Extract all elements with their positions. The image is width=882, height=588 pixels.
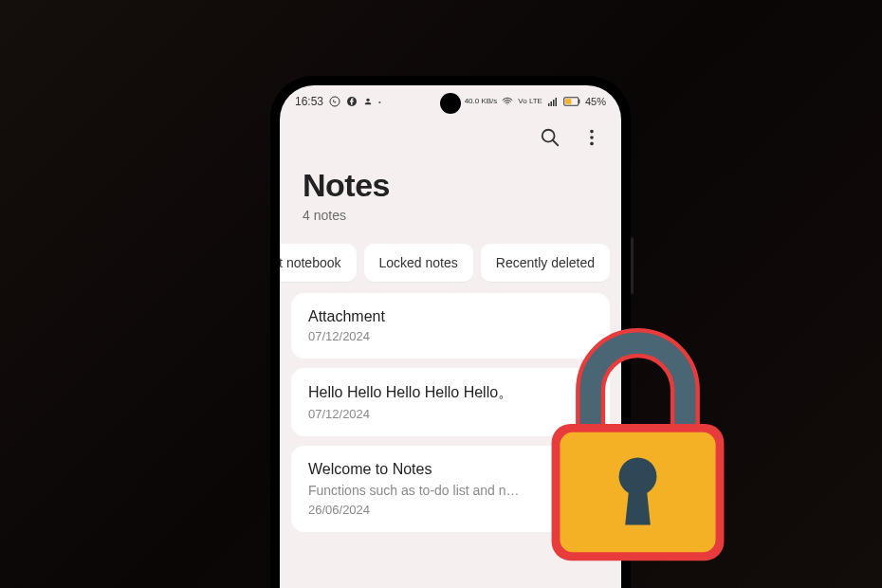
wifi-icon [502, 96, 513, 107]
svg-line-11 [553, 140, 559, 146]
page-title: Notes [303, 167, 598, 204]
status-left: 16:53 • [295, 95, 381, 108]
note-count: 4 notes [303, 208, 598, 223]
search-button[interactable] [540, 127, 560, 152]
status-dot: • [378, 98, 381, 106]
battery-percent: 45% [585, 96, 606, 107]
chip-locked-notes[interactable]: Locked notes [364, 244, 473, 282]
chip-default-notebook[interactable]: lt notebook [280, 244, 357, 282]
svg-rect-8 [579, 100, 579, 103]
status-time: 16:53 [295, 95, 323, 108]
svg-rect-9 [565, 99, 571, 104]
svg-rect-3 [548, 103, 550, 106]
svg-point-0 [330, 97, 340, 106]
note-title: Attachment [308, 308, 593, 325]
app-toolbar [280, 114, 621, 159]
data-rate: 40.0 KB/s [465, 98, 498, 105]
svg-point-14 [590, 142, 594, 146]
lte-label: Vo LTE [518, 98, 542, 105]
signal-icon [547, 96, 559, 107]
chip-recently-deleted[interactable]: Recently deleted [481, 244, 610, 282]
battery-icon [563, 96, 580, 107]
svg-rect-5 [553, 100, 555, 106]
person-icon [363, 97, 373, 106]
svg-rect-4 [550, 101, 552, 106]
facebook-icon [346, 96, 358, 107]
camera-notch [440, 93, 461, 114]
svg-point-2 [366, 99, 369, 101]
lock-icon [531, 327, 744, 569]
power-button [631, 237, 634, 294]
whatsapp-icon [329, 96, 340, 107]
svg-rect-6 [555, 98, 557, 106]
more-vertical-icon [581, 127, 602, 148]
filter-chips: lt notebook Locked notes Recently delete… [280, 238, 621, 293]
page-header: Notes 4 notes [280, 159, 621, 238]
search-icon [540, 127, 560, 148]
status-right: 40.0 KB/s Vo LTE 45% [449, 96, 606, 107]
svg-point-12 [590, 130, 594, 134]
more-menu-button[interactable] [581, 127, 602, 152]
svg-point-13 [590, 136, 594, 139]
